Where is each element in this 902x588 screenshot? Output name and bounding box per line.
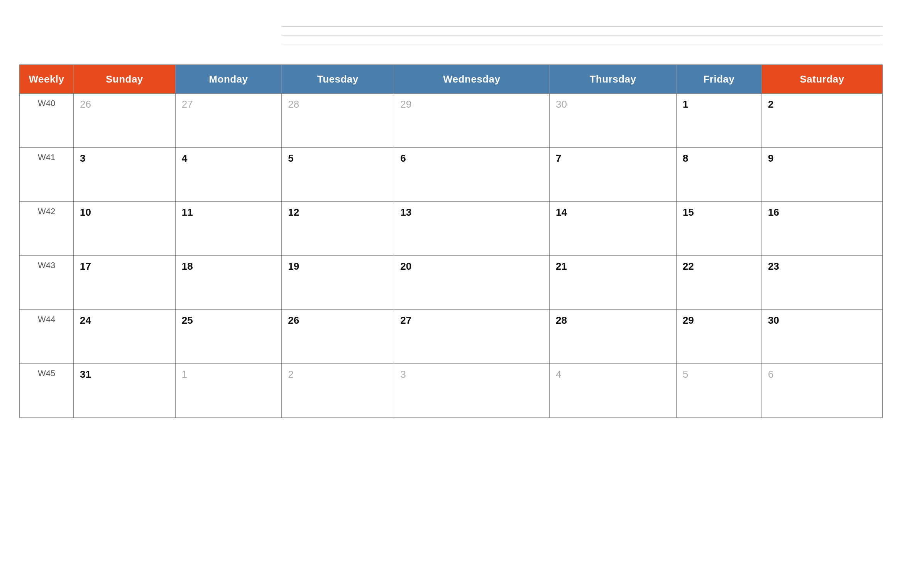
day-number: 17 <box>80 260 91 272</box>
calendar-day-cell: 19 <box>282 256 394 310</box>
week-label: W40 <box>20 94 74 148</box>
day-number: 26 <box>288 314 299 326</box>
calendar-day-cell: 4 <box>550 364 677 418</box>
col-header-wednesday: Wednesday <box>394 65 550 94</box>
day-number: 10 <box>80 206 91 218</box>
day-number: 5 <box>683 368 688 380</box>
calendar-day-cell: 5 <box>282 148 394 202</box>
calendar-header-row: WeeklySundayMondayTuesdayWednesdayThursd… <box>20 65 883 94</box>
day-number: 30 <box>556 98 567 110</box>
day-number: 24 <box>80 314 91 326</box>
page-header <box>19 15 883 53</box>
day-number: 1 <box>182 368 187 380</box>
calendar-day-cell: 24 <box>74 310 176 364</box>
day-number: 15 <box>683 206 694 218</box>
calendar-day-cell: 22 <box>676 256 762 310</box>
day-number: 18 <box>182 260 193 272</box>
calendar-day-cell: 29 <box>676 310 762 364</box>
calendar-day-cell: 6 <box>762 364 882 418</box>
day-number: 13 <box>400 206 411 218</box>
calendar-day-cell: 3 <box>394 364 550 418</box>
day-number: 11 <box>182 206 193 218</box>
day-number: 14 <box>556 206 567 218</box>
calendar-day-cell: 28 <box>550 310 677 364</box>
day-number: 8 <box>683 152 688 164</box>
day-number: 4 <box>556 368 561 380</box>
day-number: 2 <box>768 98 773 110</box>
day-number: 4 <box>182 152 187 164</box>
day-number: 19 <box>288 260 299 272</box>
calendar-day-cell: 27 <box>394 310 550 364</box>
col-header-thursday: Thursday <box>550 65 677 94</box>
day-number: 27 <box>182 98 193 110</box>
calendar-day-cell: 12 <box>282 202 394 256</box>
calendar-day-cell: 2 <box>282 364 394 418</box>
col-header-tuesday: Tuesday <box>282 65 394 94</box>
week-label: W44 <box>20 310 74 364</box>
calendar-row: W413456789 <box>20 148 883 202</box>
calendar-day-cell: 14 <box>550 202 677 256</box>
col-header-saturday: Saturday <box>762 65 882 94</box>
day-number: 29 <box>400 98 411 110</box>
calendar-day-cell: 11 <box>175 202 281 256</box>
col-header-friday: Friday <box>676 65 762 94</box>
calendar-day-cell: 8 <box>676 148 762 202</box>
col-header-sunday: Sunday <box>74 65 176 94</box>
week-label: W43 <box>20 256 74 310</box>
calendar-day-cell: 2 <box>762 94 882 148</box>
day-number: 6 <box>768 368 773 380</box>
calendar-day-cell: 17 <box>74 256 176 310</box>
calendar-day-cell: 1 <box>676 94 762 148</box>
calendar-day-cell: 26 <box>282 310 394 364</box>
col-header-monday: Monday <box>175 65 281 94</box>
day-number: 5 <box>288 152 293 164</box>
calendar-day-cell: 9 <box>762 148 882 202</box>
calendar-day-cell: 7 <box>550 148 677 202</box>
calendar-day-cell: 27 <box>175 94 281 148</box>
day-number: 26 <box>80 98 91 110</box>
calendar-row: W4424252627282930 <box>20 310 883 364</box>
calendar-table: WeeklySundayMondayTuesdayWednesdayThursd… <box>19 64 883 418</box>
day-number: 12 <box>288 206 299 218</box>
calendar-day-cell: 5 <box>676 364 762 418</box>
day-number: 6 <box>400 152 406 164</box>
calendar-day-cell: 1 <box>175 364 281 418</box>
calendar-day-cell: 30 <box>550 94 677 148</box>
calendar-row: W4210111213141516 <box>20 202 883 256</box>
calendar-day-cell: 6 <box>394 148 550 202</box>
calendar-day-cell: 16 <box>762 202 882 256</box>
calendar-day-cell: 4 <box>175 148 281 202</box>
calendar-day-cell: 15 <box>676 202 762 256</box>
calendar-day-cell: 21 <box>550 256 677 310</box>
day-number: 28 <box>556 314 567 326</box>
week-label: W45 <box>20 364 74 418</box>
calendar-day-cell: 29 <box>394 94 550 148</box>
note-line-3 <box>282 44 883 44</box>
calendar-day-cell: 23 <box>762 256 882 310</box>
calendar-day-cell: 3 <box>74 148 176 202</box>
day-number: 27 <box>400 314 411 326</box>
day-number: 1 <box>683 98 688 110</box>
note-line-1 <box>282 26 883 27</box>
day-number: 9 <box>768 152 773 164</box>
calendar-day-cell: 25 <box>175 310 281 364</box>
week-label: W42 <box>20 202 74 256</box>
day-number: 29 <box>683 314 694 326</box>
calendar-day-cell: 26 <box>74 94 176 148</box>
day-number: 28 <box>288 98 299 110</box>
day-number: 22 <box>683 260 694 272</box>
calendar-day-cell: 20 <box>394 256 550 310</box>
day-number: 25 <box>182 314 193 326</box>
day-number: 3 <box>80 152 85 164</box>
day-number: 23 <box>768 260 779 272</box>
calendar-row: W4531123456 <box>20 364 883 418</box>
day-number: 20 <box>400 260 411 272</box>
calendar-row: W4317181920212223 <box>20 256 883 310</box>
calendar-day-cell: 31 <box>74 364 176 418</box>
calendar-day-cell: 28 <box>282 94 394 148</box>
day-number: 2 <box>288 368 293 380</box>
day-number: 30 <box>768 314 779 326</box>
note-line-2 <box>282 35 883 35</box>
calendar-day-cell: 13 <box>394 202 550 256</box>
calendar-day-cell: 10 <box>74 202 176 256</box>
